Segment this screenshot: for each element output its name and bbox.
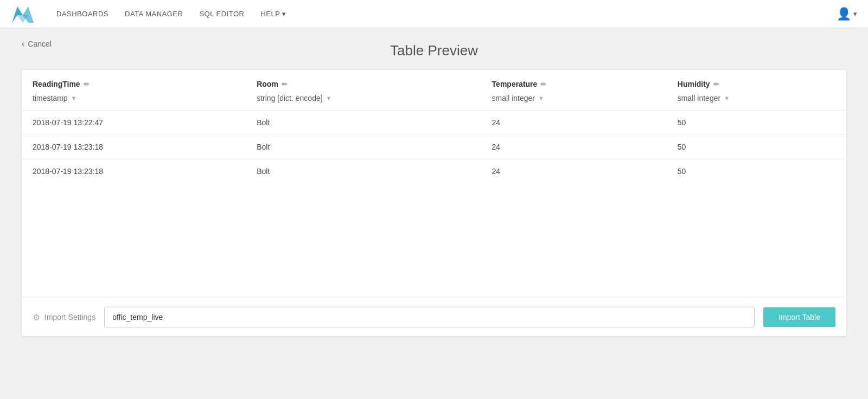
- page-title: Table Preview: [22, 42, 846, 59]
- cell-0-0: 2018-07-19 13:22:47: [22, 111, 246, 135]
- edit-temperature-icon[interactable]: ✏: [540, 80, 546, 88]
- type-dropdown-room[interactable]: ▼: [326, 95, 332, 101]
- nav-dashboards[interactable]: DASHBOARDS: [56, 10, 108, 18]
- cell-1-0: 2018-07-19 13:23:18: [22, 135, 246, 159]
- type-temperature: small integer ▼: [481, 92, 667, 111]
- cell-0-1: Bolt: [246, 111, 481, 135]
- preview-card: ReadingTime ✏ Room ✏ Tem: [22, 70, 846, 336]
- edit-room-icon[interactable]: ✏: [282, 80, 288, 88]
- col-header-reading-time: ReadingTime ✏: [22, 70, 246, 92]
- cell-2-1: Bolt: [246, 159, 481, 184]
- edit-humidity-icon[interactable]: ✏: [713, 80, 719, 88]
- type-reading-time: timestamp ▼: [22, 92, 246, 111]
- cell-2-3: 50: [667, 159, 846, 184]
- header-row: ReadingTime ✏ Room ✏ Tem: [22, 70, 846, 92]
- preview-table: ReadingTime ✏ Room ✏ Tem: [22, 70, 846, 183]
- import-table-button[interactable]: Import Table: [763, 307, 835, 327]
- cell-2-0: 2018-07-19 13:23:18: [22, 159, 246, 184]
- nav-help[interactable]: HELP ▾: [260, 10, 286, 18]
- table-name-input[interactable]: [104, 307, 755, 327]
- navbar: DASHBOARDS DATA MANAGER SQL EDITOR HELP …: [0, 0, 868, 28]
- user-chevron-icon: ▾: [853, 10, 857, 18]
- edit-reading-time-icon[interactable]: ✏: [84, 80, 90, 88]
- col-header-temperature: Temperature ✏: [481, 70, 667, 92]
- type-row: timestamp ▼ string [dict. encode] ▼: [22, 92, 846, 111]
- type-dropdown-temperature[interactable]: ▼: [538, 95, 544, 101]
- cell-2-2: 24: [481, 159, 667, 184]
- table-row: 2018-07-19 13:23:18Bolt2450: [22, 159, 846, 184]
- user-icon: 👤: [837, 7, 851, 21]
- col-header-humidity: Humidity ✏: [667, 70, 846, 92]
- user-menu[interactable]: 👤 ▾: [837, 7, 857, 21]
- cell-1-1: Bolt: [246, 135, 481, 159]
- table-row: 2018-07-19 13:22:47Bolt2450: [22, 111, 846, 135]
- type-room: string [dict. encode] ▼: [246, 92, 481, 111]
- type-dropdown-humidity[interactable]: ▼: [724, 95, 730, 101]
- cancel-label: Cancel: [28, 40, 52, 48]
- nav-sql-editor[interactable]: SQL EDITOR: [199, 10, 244, 18]
- logo[interactable]: [11, 4, 35, 24]
- col-header-room: Room ✏: [246, 70, 481, 92]
- nav-data-manager[interactable]: DATA MANAGER: [125, 10, 183, 18]
- type-humidity: small integer ▼: [667, 92, 846, 111]
- import-settings-label: Import Settings: [44, 313, 95, 321]
- cell-1-3: 50: [667, 135, 846, 159]
- nav-links: DASHBOARDS DATA MANAGER SQL EDITOR HELP …: [56, 10, 837, 18]
- cell-0-2: 24: [481, 111, 667, 135]
- type-dropdown-reading-time[interactable]: ▼: [71, 95, 77, 101]
- chevron-left-icon: ‹: [22, 39, 24, 49]
- page-content: ‹ Cancel Table Preview ReadingTime ✏: [0, 28, 868, 399]
- table-body: 2018-07-19 13:22:47Bolt24502018-07-19 13…: [22, 111, 846, 184]
- table-row: 2018-07-19 13:23:18Bolt2450: [22, 135, 846, 159]
- import-settings-button[interactable]: ⚙ Import Settings: [33, 312, 95, 323]
- table-container: ReadingTime ✏ Room ✏ Tem: [22, 70, 846, 298]
- cell-1-2: 24: [481, 135, 667, 159]
- cell-0-3: 50: [667, 111, 846, 135]
- card-footer: ⚙ Import Settings Import Table: [22, 298, 846, 336]
- chevron-down-icon: ▾: [282, 10, 286, 18]
- gear-icon: ⚙: [33, 312, 40, 323]
